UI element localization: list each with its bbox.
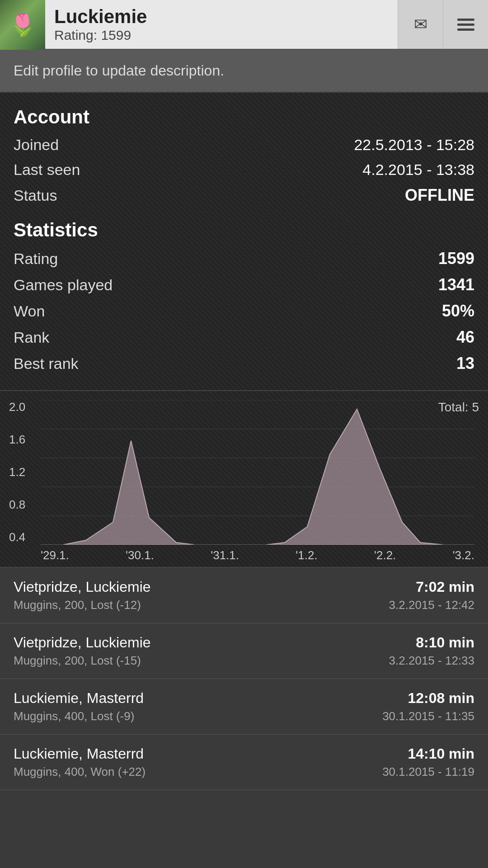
game-date: 30.1.2015 - 11:35 bbox=[382, 709, 474, 723]
game-row-top: Vietpridze, Luckiemie 7:02 min bbox=[14, 579, 474, 595]
won-value: 50% bbox=[442, 302, 474, 321]
last-seen-label: Last seen bbox=[14, 161, 80, 179]
games-played-value: 1341 bbox=[438, 275, 474, 294]
game-item[interactable]: Vietpridze, Luckiemie 7:02 min Muggins, … bbox=[0, 568, 488, 623]
account-title: Account bbox=[14, 106, 474, 128]
rating-row: Rating 1599 bbox=[14, 245, 474, 272]
rating-value: 1599 bbox=[438, 249, 474, 268]
rank-value: 46 bbox=[456, 328, 474, 347]
game-players: Luckiemie, Masterrd bbox=[14, 745, 144, 762]
y-label-04: 0.4 bbox=[9, 530, 25, 544]
won-row: Won 50% bbox=[14, 298, 474, 324]
game-duration: 14:10 min bbox=[408, 745, 474, 762]
game-item[interactable]: Vietpridze, Luckiemie 8:10 min Muggins, … bbox=[0, 623, 488, 679]
last-seen-value: 4.2.2015 - 13:38 bbox=[362, 161, 474, 179]
rank-label: Rank bbox=[14, 329, 49, 346]
header-actions: ✉ bbox=[398, 0, 488, 49]
chart-svg bbox=[41, 400, 474, 545]
game-row-bottom: Muggins, 400, Lost (-9) 30.1.2015 - 11:3… bbox=[14, 709, 474, 723]
game-players: Vietpridze, Luckiemie bbox=[14, 579, 151, 595]
x-label-22: '2.2. bbox=[374, 548, 396, 562]
games-played-row: Games played 1341 bbox=[14, 272, 474, 298]
game-duration: 12:08 min bbox=[408, 690, 474, 707]
envelope-icon: ✉ bbox=[414, 15, 427, 34]
y-label-12: 1.2 bbox=[9, 465, 25, 479]
best-rank-row: Best rank 13 bbox=[14, 350, 474, 377]
chart-peak-1 bbox=[63, 441, 194, 545]
game-details: Muggins, 400, Won (+22) bbox=[14, 765, 145, 779]
header-info: Luckiemie Rating: 1599 bbox=[45, 0, 398, 49]
x-label-32: '3.2. bbox=[453, 548, 474, 562]
header: Luckiemie Rating: 1599 ✉ bbox=[0, 0, 488, 50]
game-date: 3.2.2015 - 12:33 bbox=[389, 654, 474, 668]
game-row-bottom: Muggins, 400, Won (+22) 30.1.2015 - 11:1… bbox=[14, 765, 474, 779]
game-date: 30.1.2015 - 11:19 bbox=[382, 765, 474, 779]
joined-row: Joined 22.5.2013 - 15:28 bbox=[14, 132, 474, 157]
game-duration: 7:02 min bbox=[416, 579, 474, 595]
x-label-12: '1.2. bbox=[296, 548, 317, 562]
header-rating: Rating: 1599 bbox=[54, 28, 389, 43]
chart-canvas bbox=[41, 400, 474, 547]
game-item[interactable]: Luckiemie, Masterrd 12:08 min Muggins, 4… bbox=[0, 679, 488, 735]
game-row-top: Luckiemie, Masterrd 12:08 min bbox=[14, 690, 474, 707]
hamburger-icon bbox=[457, 19, 474, 31]
y-label-16: 1.6 bbox=[9, 433, 25, 447]
joined-value: 22.5.2013 - 15:28 bbox=[354, 136, 474, 154]
game-date: 3.2.2015 - 12:42 bbox=[389, 598, 474, 612]
games-list: Vietpridze, Luckiemie 7:02 min Muggins, … bbox=[0, 568, 488, 790]
account-statistics-section: Account Joined 22.5.2013 - 15:28 Last se… bbox=[0, 93, 488, 391]
x-label-301: '30.1. bbox=[126, 548, 154, 562]
joined-label: Joined bbox=[14, 136, 59, 154]
avatar bbox=[0, 0, 45, 50]
chart-section: 2.0 1.6 1.2 0.8 0.4 Total: 5 '2 bbox=[0, 391, 488, 568]
game-row-top: Luckiemie, Masterrd 14:10 min bbox=[14, 745, 474, 762]
rating-label: Rating bbox=[14, 250, 58, 268]
game-duration: 8:10 min bbox=[416, 634, 474, 651]
won-label: Won bbox=[14, 302, 45, 320]
game-players: Luckiemie, Masterrd bbox=[14, 690, 144, 707]
status-label: Status bbox=[14, 187, 57, 204]
menu-button[interactable] bbox=[443, 0, 488, 49]
game-row-top: Vietpridze, Luckiemie 8:10 min bbox=[14, 634, 474, 651]
username: Luckiemie bbox=[54, 6, 389, 28]
last-seen-row: Last seen 4.2.2015 - 13:38 bbox=[14, 157, 474, 182]
best-rank-value: 13 bbox=[456, 354, 474, 373]
games-played-label: Games played bbox=[14, 276, 113, 294]
status-value: OFFLINE bbox=[405, 186, 474, 205]
message-button[interactable]: ✉ bbox=[398, 0, 443, 49]
avatar-image bbox=[0, 0, 45, 50]
chart-y-labels: 2.0 1.6 1.2 0.8 0.4 bbox=[9, 400, 25, 544]
edit-profile-banner: Edit profile to update description. bbox=[0, 50, 488, 93]
x-label-291: '29.1. bbox=[41, 548, 69, 562]
edit-banner-text: Edit profile to update description. bbox=[14, 62, 224, 79]
game-details: Muggins, 400, Lost (-9) bbox=[14, 709, 134, 723]
status-row: Status OFFLINE bbox=[14, 182, 474, 208]
game-row-bottom: Muggins, 200, Lost (-12) 3.2.2015 - 12:4… bbox=[14, 598, 474, 612]
game-item[interactable]: Luckiemie, Masterrd 14:10 min Muggins, 4… bbox=[0, 735, 488, 790]
rank-row: Rank 46 bbox=[14, 324, 474, 350]
best-rank-label: Best rank bbox=[14, 355, 79, 373]
x-label-311: '31.1. bbox=[211, 548, 239, 562]
chart-x-labels: '29.1. '30.1. '31.1. '1.2. '2.2. '3.2. bbox=[41, 548, 474, 562]
y-label-2: 2.0 bbox=[9, 400, 25, 414]
game-row-bottom: Muggins, 200, Lost (-15) 3.2.2015 - 12:3… bbox=[14, 654, 474, 668]
game-players: Vietpridze, Luckiemie bbox=[14, 634, 151, 651]
game-details: Muggins, 200, Lost (-12) bbox=[14, 598, 141, 612]
chart-peak-2 bbox=[267, 409, 443, 545]
game-details: Muggins, 200, Lost (-15) bbox=[14, 654, 141, 668]
statistics-title: Statistics bbox=[14, 219, 474, 241]
y-label-08: 0.8 bbox=[9, 498, 25, 512]
